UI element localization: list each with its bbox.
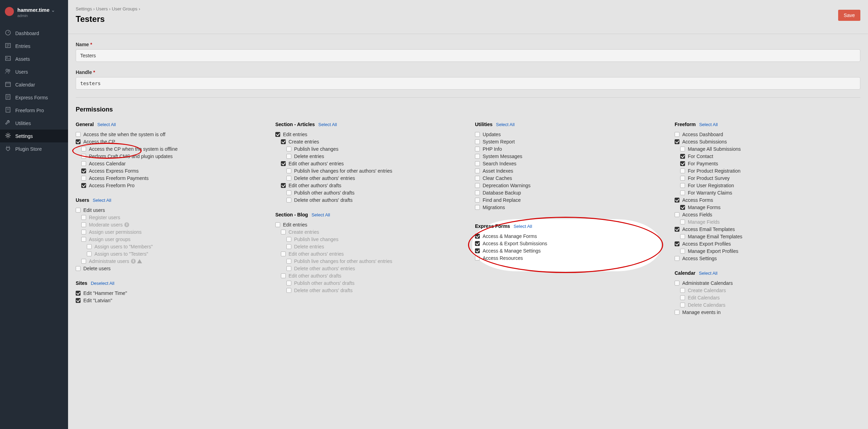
checkbox[interactable] [286, 244, 291, 249]
checkbox[interactable] [81, 161, 86, 166]
permission-item[interactable]: Database Backup [475, 189, 661, 196]
checkbox[interactable] [286, 168, 291, 173]
checkbox[interactable] [475, 183, 480, 188]
permission-item[interactable]: Access the site when the system is off [76, 131, 261, 138]
permission-item[interactable]: Access Calendar [76, 160, 261, 167]
permission-item[interactable]: Manage Forms [675, 204, 860, 211]
checkbox[interactable] [680, 249, 685, 254]
permission-item[interactable]: Edit entries [275, 131, 461, 138]
checkbox[interactable] [675, 132, 679, 137]
permission-item[interactable]: Manage Fields [675, 218, 860, 225]
permission-item[interactable]: Access Email Templates [675, 225, 860, 233]
permission-item[interactable]: Edit other authors' drafts [275, 182, 461, 189]
permission-item[interactable]: Find and Replace [475, 196, 661, 204]
checkbox[interactable] [76, 266, 81, 271]
permission-item[interactable]: Access Submissions [675, 138, 860, 145]
permission-item[interactable]: Access Resources [475, 254, 623, 262]
checkbox[interactable] [475, 234, 480, 239]
checkbox[interactable] [281, 273, 286, 278]
permission-item[interactable]: Access Freeform Payments [76, 174, 261, 182]
permission-item[interactable]: PHP Info [475, 145, 661, 152]
breadcrumb-link[interactable]: Settings [76, 6, 92, 11]
checkbox[interactable] [286, 259, 291, 264]
checkbox[interactable] [286, 198, 291, 203]
checkbox[interactable] [475, 176, 480, 181]
checkbox[interactable] [76, 139, 81, 144]
checkbox[interactable] [286, 266, 291, 271]
permission-item[interactable]: Administrate usersi [76, 257, 261, 265]
checkbox[interactable] [275, 132, 280, 137]
checkbox[interactable] [680, 190, 685, 195]
permission-item[interactable]: Perform Craft CMS and plugin updates [76, 152, 261, 160]
sidebar-item-users[interactable]: Users [0, 65, 68, 78]
select-all-link[interactable]: Select All [699, 271, 717, 276]
permission-item[interactable]: Access Forms [675, 196, 860, 204]
checkbox[interactable] [475, 154, 480, 159]
checkbox[interactable] [475, 139, 480, 144]
permission-item[interactable]: For Product Registration [675, 167, 860, 174]
checkbox[interactable] [475, 198, 480, 203]
permission-item[interactable]: Delete users [76, 265, 261, 272]
permission-item[interactable]: Access Dashboard [675, 131, 860, 138]
permission-item[interactable]: Edit "Hammer Time" [76, 289, 261, 297]
select-all-link[interactable]: Select All [311, 212, 330, 217]
permission-item[interactable]: Access the CP when the system is offline [76, 145, 261, 152]
checkbox[interactable] [76, 291, 81, 296]
permission-item[interactable]: Delete Calendars [675, 301, 860, 308]
checkbox[interactable] [680, 234, 685, 239]
checkbox[interactable] [675, 139, 679, 144]
checkbox[interactable] [680, 303, 685, 307]
checkbox[interactable] [87, 251, 92, 256]
checkbox[interactable] [286, 190, 291, 195]
permission-item[interactable]: Clear Caches [475, 174, 661, 182]
name-input[interactable] [76, 49, 860, 62]
permission-item[interactable]: Edit other authors' entries [275, 250, 461, 257]
checkbox[interactable] [675, 241, 679, 246]
checkbox[interactable] [680, 183, 685, 188]
checkbox[interactable] [475, 256, 480, 261]
permission-item[interactable]: Publish live changes [275, 236, 461, 243]
checkbox[interactable] [286, 147, 291, 151]
permission-item[interactable]: Assign user groups [76, 236, 261, 243]
permission-item[interactable]: For User Registration [675, 182, 860, 189]
permission-item[interactable]: For Contact [675, 152, 860, 160]
select-all-link[interactable]: Select All [514, 224, 532, 229]
checkbox[interactable] [76, 298, 81, 303]
save-button[interactable]: Save [838, 10, 860, 21]
select-all-link[interactable]: Select All [97, 122, 116, 127]
checkbox[interactable] [81, 230, 86, 234]
checkbox[interactable] [81, 147, 86, 151]
sidebar-item-utilities[interactable]: Utilities [0, 117, 68, 130]
sidebar-item-settings[interactable]: Settings [0, 130, 68, 142]
sidebar-item-calendar[interactable]: Calendar [0, 78, 68, 91]
select-all-link[interactable]: Select All [496, 122, 515, 127]
sidebar-item-express-forms[interactable]: Express Forms [0, 91, 68, 104]
checkbox[interactable] [680, 205, 685, 210]
permission-item[interactable]: Publish live changes for other authors' … [275, 167, 461, 174]
permission-item[interactable]: Asset Indexes [475, 167, 661, 174]
checkbox[interactable] [286, 281, 291, 286]
permission-item[interactable]: Delete other authors' entries [275, 174, 461, 182]
permission-item[interactable]: Edit users [76, 206, 261, 214]
permission-item[interactable]: Create Calendars [675, 287, 860, 294]
checkbox[interactable] [87, 244, 92, 249]
sidebar-item-assets[interactable]: Assets [0, 52, 68, 65]
permission-item[interactable]: Delete other authors' drafts [275, 196, 461, 204]
permission-item[interactable]: Manage Email Templates [675, 233, 860, 240]
permission-item[interactable]: Assign users to "Testers" [76, 250, 261, 257]
checkbox[interactable] [281, 251, 286, 256]
checkbox[interactable] [81, 259, 86, 264]
chevron-down-icon[interactable]: ⌄ [51, 7, 55, 13]
permission-item[interactable]: Manage events in [675, 308, 860, 316]
checkbox[interactable] [475, 241, 480, 246]
checkbox[interactable] [680, 168, 685, 173]
checkbox[interactable] [475, 168, 480, 173]
handle-input[interactable] [76, 77, 860, 90]
checkbox[interactable] [675, 227, 679, 232]
checkbox[interactable] [475, 190, 480, 195]
permission-item[interactable]: Edit other authors' entries [275, 160, 461, 167]
permission-item[interactable]: Assign users to "Members" [76, 243, 261, 250]
permission-item[interactable]: Access Fields [675, 211, 860, 218]
permission-item[interactable]: Edit entries [275, 221, 461, 228]
sidebar-header[interactable]: hammer.time⌄ admin [0, 4, 68, 23]
